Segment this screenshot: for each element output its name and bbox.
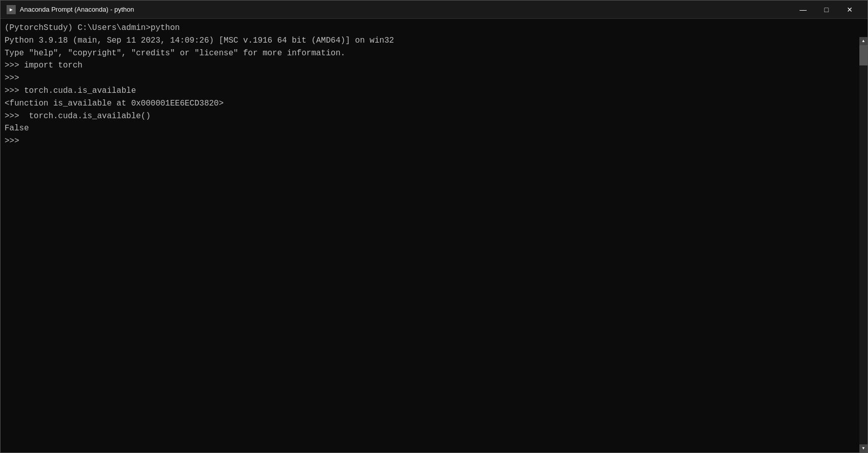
terminal-line: (PytorchStudy) C:\Users\admin>python (5, 22, 863, 34)
title-bar-controls: — □ ✕ (791, 1, 861, 19)
terminal-body[interactable]: (PytorchStudy) C:\Users\admin>pythonPyth… (1, 19, 867, 452)
terminal-line: <function is_available at 0x000001EE6ECD… (5, 97, 863, 110)
terminal-line: >>> import torch (5, 59, 863, 72)
terminal-line: >>> torch.cuda.is_available (5, 85, 863, 97)
terminal-line: >>> (5, 72, 863, 85)
window: ▶ Anaconda Prompt (Anaconda) - python — … (0, 0, 868, 453)
title-bar: ▶ Anaconda Prompt (Anaconda) - python — … (1, 1, 867, 19)
terminal-line: >>> (5, 135, 863, 148)
scroll-up-arrow[interactable]: ▲ (859, 37, 867, 45)
terminal-line: >>> torch.cuda.is_available() (5, 110, 863, 123)
maximize-button[interactable]: □ (815, 1, 838, 19)
close-button[interactable]: ✕ (838, 1, 861, 19)
terminal-line: False (5, 122, 863, 135)
title-bar-text: Anaconda Prompt (Anaconda) - python (20, 6, 791, 13)
terminal-output: (PytorchStudy) C:\Users\admin>pythonPyth… (5, 22, 863, 148)
minimize-button[interactable]: — (791, 1, 815, 19)
terminal-line: Python 3.9.18 (main, Sep 11 2023, 14:09:… (5, 34, 863, 47)
terminal-line: Type "help", "copyright", "credits" or "… (5, 47, 863, 60)
app-icon: ▶ (7, 5, 16, 14)
scrollbar-track[interactable] (859, 45, 867, 444)
scrollbar[interactable]: ▲ ▼ (859, 37, 867, 452)
scroll-down-arrow[interactable]: ▼ (859, 444, 867, 452)
scrollbar-thumb[interactable] (859, 45, 867, 65)
